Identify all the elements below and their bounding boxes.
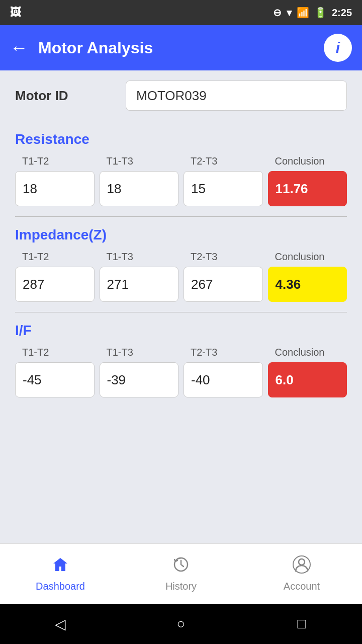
resistance-val-t1t3: 18 <box>100 171 179 206</box>
bottom-nav: Dashboard History Account <box>0 543 362 604</box>
back-button[interactable]: ← <box>10 37 28 58</box>
status-left-icons: 🖼 <box>10 6 21 19</box>
resistance-section: Resistance T1-T2 T1-T3 T2-T3 Conclusion … <box>15 131 347 206</box>
account-icon <box>293 555 311 578</box>
minus-circle-icon: ⊖ <box>273 7 282 19</box>
impedance-section: Impedance(Z) T1-T2 T1-T3 T2-T3 Conclusio… <box>15 227 347 302</box>
history-icon <box>172 555 190 578</box>
info-icon: i <box>336 39 340 56</box>
resistance-col-t1t3: T1-T3 <box>100 155 179 167</box>
impedance-title: Impedance(Z) <box>15 227 347 243</box>
page-title: Motor Analysis <box>38 39 324 57</box>
resistance-val-t1t2: 18 <box>15 171 95 206</box>
battery-icon: 🔋 <box>314 7 327 19</box>
impedance-col-t1t2: T1-T2 <box>15 251 95 263</box>
divider-3 <box>15 312 347 312</box>
motor-id-row: Motor ID <box>15 80 347 111</box>
resistance-col-t2t3: T2-T3 <box>184 155 263 167</box>
dashboard-label: Dashboard <box>36 581 85 592</box>
if-val-t2t3: -40 <box>184 362 263 397</box>
main-content: Motor ID Resistance T1-T2 T1-T3 T2-T3 Co… <box>0 70 362 543</box>
svg-point-1 <box>299 559 305 565</box>
history-label: History <box>165 581 197 592</box>
android-home-button[interactable]: ○ <box>169 612 193 636</box>
resistance-val-t2t3: 15 <box>184 171 263 206</box>
if-headers: T1-T2 T1-T3 T2-T3 Conclusion <box>15 347 347 358</box>
android-nav: ◁ ○ □ <box>0 604 362 644</box>
android-recent-button[interactable]: □ <box>290 612 314 636</box>
impedance-val-t1t2: 287 <box>15 267 95 302</box>
nav-item-account[interactable]: Account <box>241 555 362 592</box>
resistance-headers: T1-T2 T1-T3 T2-T3 Conclusion <box>15 155 347 167</box>
wifi-icon: ▾ <box>287 7 292 19</box>
divider-1 <box>15 121 347 121</box>
signal-icon: 📶 <box>297 7 309 19</box>
motor-id-label: Motor ID <box>15 88 126 104</box>
resistance-col-conclusion: Conclusion <box>268 155 347 167</box>
status-bar: 🖼 ⊖ ▾ 📶 🔋 2:25 <box>0 0 362 25</box>
impedance-headers: T1-T2 T1-T3 T2-T3 Conclusion <box>15 251 347 263</box>
resistance-values: 18 18 15 11.76 <box>15 171 347 206</box>
if-col-conclusion: Conclusion <box>268 347 347 358</box>
if-col-t1t2: T1-T2 <box>15 347 95 358</box>
info-button[interactable]: i <box>324 34 352 62</box>
resistance-col-t1t2: T1-T2 <box>15 155 95 167</box>
dashboard-icon <box>51 555 69 578</box>
impedance-conclusion: 4.36 <box>268 267 347 302</box>
image-icon: 🖼 <box>10 6 21 19</box>
divider-2 <box>15 216 347 217</box>
if-section: I/F T1-T2 T1-T3 T2-T3 Conclusion -45 -39… <box>15 323 347 397</box>
resistance-conclusion: 11.76 <box>268 171 347 206</box>
account-label: Account <box>284 581 320 592</box>
motor-id-input[interactable] <box>126 80 347 111</box>
impedance-col-conclusion: Conclusion <box>268 251 347 263</box>
if-values: -45 -39 -40 6.0 <box>15 362 347 397</box>
impedance-val-t1t3: 271 <box>100 267 179 302</box>
if-val-t1t3: -39 <box>100 362 179 397</box>
impedance-val-t2t3: 267 <box>184 267 263 302</box>
status-right-icons: ⊖ ▾ 📶 🔋 2:25 <box>273 7 352 19</box>
impedance-col-t2t3: T2-T3 <box>184 251 263 263</box>
impedance-col-t1t3: T1-T3 <box>100 251 179 263</box>
nav-item-dashboard[interactable]: Dashboard <box>0 555 121 592</box>
app-header: ← Motor Analysis i <box>0 25 362 70</box>
impedance-values: 287 271 267 4.36 <box>15 267 347 302</box>
if-conclusion: 6.0 <box>268 362 347 397</box>
if-col-t2t3: T2-T3 <box>184 347 263 358</box>
if-title: I/F <box>15 323 347 339</box>
time-display: 2:25 <box>332 7 352 19</box>
if-col-t1t3: T1-T3 <box>100 347 179 358</box>
resistance-title: Resistance <box>15 131 347 147</box>
if-val-t1t2: -45 <box>15 362 95 397</box>
android-back-button[interactable]: ◁ <box>48 612 72 636</box>
nav-item-history[interactable]: History <box>121 555 241 592</box>
